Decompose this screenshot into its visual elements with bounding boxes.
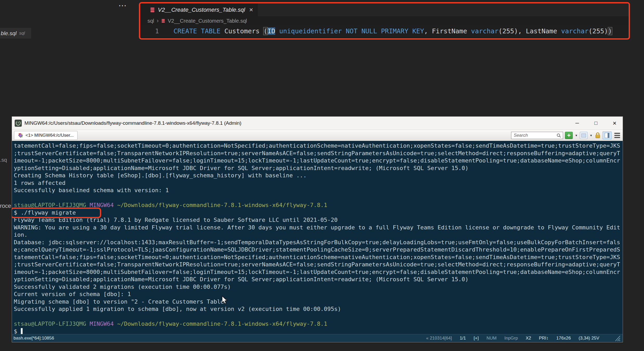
prompt-plain xyxy=(86,321,89,327)
terminal-tab-active[interactable]: <1> MINGW64:/c/User... xyxy=(14,131,78,140)
close-icon[interactable]: ✕ xyxy=(249,7,253,13)
prompt-path: ~/Downloads/flyway-commandline-7.8.1-win… xyxy=(117,202,327,208)
status-segment: NUM xyxy=(486,336,497,341)
code-token: uniqueidentifier xyxy=(279,27,342,35)
terminal-line: WARNING: You are using a 30 day limited … xyxy=(14,224,623,231)
background-partial-tab[interactable]: ble.sql sql xyxy=(0,28,31,39)
code-token: Customers xyxy=(224,27,264,35)
editor-window-annotated: V2__Create_Customers_Table.sql ✕ sql › V… xyxy=(139,2,630,40)
database-icon xyxy=(150,7,155,12)
terminal-status-bar: bash.exe[*64]:10856 « 210314[64]1/1[+]NU… xyxy=(12,334,623,342)
terminal-line: ;trustServerCertificate=false;Transparen… xyxy=(14,150,623,157)
terminal-line xyxy=(14,194,623,202)
status-segment: 1/1 xyxy=(460,336,466,341)
editor-tab-filename: V2__Create_Customers_Table.sql xyxy=(158,7,246,13)
code-token: (255) xyxy=(589,27,608,35)
panel-toggle-button[interactable] xyxy=(603,131,611,139)
terminal-line: Successfully applied 1 migration to sche… xyxy=(14,305,623,313)
search-input[interactable] xyxy=(513,133,556,138)
code-token: , FirstName xyxy=(424,27,471,35)
status-segment: PRI↕ xyxy=(539,336,549,341)
prompt-plain xyxy=(114,321,117,327)
editor-actions-ellipsis-icon[interactable]: ⋯ xyxy=(118,1,127,10)
partial-tab-filename: ble.sql xyxy=(1,30,17,36)
terminal-title-bar[interactable]: MINGW64:/c/Users/stsau/Downloads/flyway-… xyxy=(12,117,623,130)
terminal-tab-bar: <1> MINGW64:/c/User... + ▼ ▼ xyxy=(12,130,623,141)
close-button[interactable]: ✕ xyxy=(607,117,623,130)
terminal-line: tatementCall=false;fips=false;socketTime… xyxy=(14,254,623,261)
chevron-right-icon: › xyxy=(157,17,159,24)
terminal-line: Database: jdbc:sqlserver://localhost:143… xyxy=(14,239,623,246)
code-token xyxy=(342,27,346,35)
terminal-window: MINGW64:/c/Users/stsau/Downloads/flyway-… xyxy=(12,116,623,342)
status-segment: InpGrp xyxy=(504,336,518,341)
terminal-line: stsau@LAPTOP-LFIJ3QMG MINGW64 ~/Download… xyxy=(14,320,623,328)
status-right: « 210314[64]1/1[+]NUMInpGrpX2PRI↕176x26(… xyxy=(418,336,599,341)
editor-tab-sql-file[interactable]: V2__Create_Customers_Table.sql ✕ xyxy=(140,3,258,16)
breadcrumb: sql › V2__Create_Customers_Table.sql xyxy=(140,16,629,25)
new-console-button[interactable]: + xyxy=(565,132,573,139)
prompt-path: ~/Downloads/flyway-commandline-7.8.1-win… xyxy=(117,321,327,327)
terminal-line: e;cancelQueryTimeout=-1;sslProtocol=TLS;… xyxy=(14,246,623,254)
editor-tab-bar: V2__Create_Customers_Table.sql ✕ xyxy=(140,3,629,16)
code-token: , LastName xyxy=(518,27,561,35)
terminal-line: stsau@LAPTOP-LFIJ3QMG MINGW64 ~/Download… xyxy=(14,202,623,209)
background-text-fragment: .sq xyxy=(0,157,7,163)
chevron-down-icon[interactable]: ▼ xyxy=(589,134,593,137)
code-token: varchar xyxy=(561,27,588,35)
lock-icon[interactable] xyxy=(595,132,601,139)
terminal-title-text: MINGW64:/c/Users/stsau/Downloads/flyway-… xyxy=(24,120,566,126)
terminal-line xyxy=(14,313,623,321)
conemu-app-icon xyxy=(15,120,22,127)
search-icon[interactable] xyxy=(556,133,561,138)
database-icon xyxy=(161,19,165,23)
partial-tab-language: sql xyxy=(19,31,25,36)
breadcrumb-folder[interactable]: sql xyxy=(147,18,154,24)
status-segment: [+] xyxy=(474,336,479,341)
prompt-user: stsau@LAPTOP-LFIJ3QMG xyxy=(14,202,86,208)
terminal-line: $ ./flyway migrate xyxy=(14,209,623,217)
menu-icon[interactable] xyxy=(614,133,620,138)
breadcrumb-filename[interactable]: V2__Create_Customers_Table.sql xyxy=(168,18,247,24)
code-token: CREATE TABLE xyxy=(173,27,224,35)
code-token xyxy=(275,27,279,35)
terminal-line: tatementCall=false;fips=false;socketTime… xyxy=(14,142,623,150)
code-token: varchar xyxy=(471,27,498,35)
terminal-line: Flyway Teams Edition (trial) 7.8.1 by Re… xyxy=(14,216,623,224)
status-segment: (3,34) 25V xyxy=(579,336,599,341)
code-token: ) xyxy=(608,27,612,35)
status-segment: 176x26 xyxy=(556,336,571,341)
prompt-user: stsau@LAPTOP-LFIJ3QMG xyxy=(14,321,86,327)
terminal-line: imeout=-1;packetSize=8000;multiSubnetFai… xyxy=(14,157,623,165)
code-line[interactable]: 1 CREATE TABLE Customers (ID uniqueident… xyxy=(140,25,629,37)
terminal-output[interactable]: tatementCall=false;fips=false;socketTime… xyxy=(12,141,623,334)
screen: { "fragments": { "partial_tab_filename":… xyxy=(0,0,644,351)
chevron-down-icon[interactable]: ▼ xyxy=(575,134,578,137)
terminal-line: yptionSetting=Disabled;applicationName=M… xyxy=(14,276,623,283)
console-switch-button[interactable] xyxy=(580,132,588,139)
window-glyph-icon xyxy=(581,134,586,137)
terminal-line: 1 rows affected xyxy=(14,179,623,187)
background-text-fragment: roce xyxy=(0,203,11,209)
terminal-line: Creating Schema History table [eShop].[d… xyxy=(14,172,623,179)
prompt-env: MINGW64 xyxy=(89,202,114,208)
code-token: (255) xyxy=(498,27,518,35)
prompt-plain xyxy=(114,202,117,208)
terminal-line: Successfully validated 2 migrations (exe… xyxy=(14,283,623,291)
resize-grip[interactable] xyxy=(614,335,621,341)
line-number: 1 xyxy=(140,27,159,35)
status-segment: « 210314[64] xyxy=(426,336,452,341)
code-token: ID xyxy=(267,27,275,35)
code-token: ( xyxy=(263,27,267,35)
code-line-tokens: CREATE TABLE Customers (ID uniqueidentif… xyxy=(173,27,612,35)
panel-glyph-icon xyxy=(605,133,609,138)
code-token: NOT NULL PRIMARY KEY xyxy=(346,27,424,35)
minimize-button[interactable]: ─ xyxy=(569,117,585,130)
terminal-line: ;trustServerCertificate=false;Transparen… xyxy=(14,261,623,268)
terminal-line: Migrating schema [dbo] to version "2 - C… xyxy=(14,298,623,306)
maximize-button[interactable]: □ xyxy=(588,117,604,130)
terminal-line: Current version of schema [dbo]: 1 xyxy=(14,291,623,298)
status-segment: X2 xyxy=(526,336,531,341)
prompt-env: MINGW64 xyxy=(89,321,114,327)
terminal-tab-label: <1> MINGW64:/c/User... xyxy=(25,133,74,138)
